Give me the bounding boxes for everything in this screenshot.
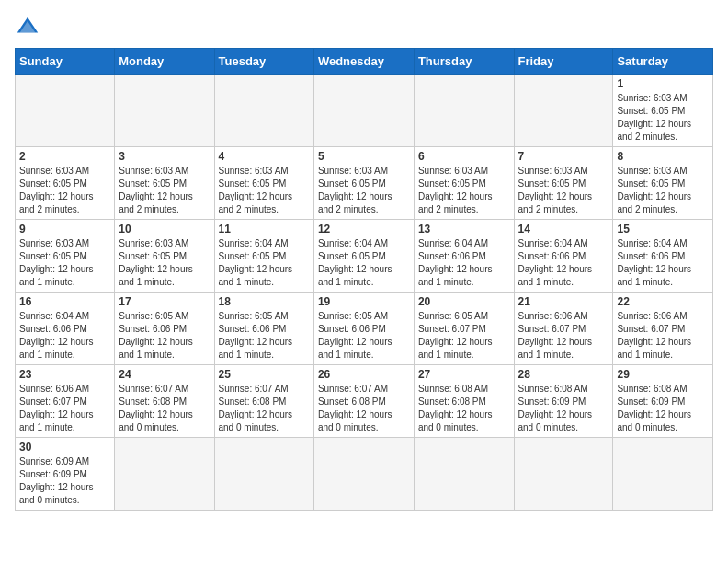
day-number: 22 xyxy=(617,295,709,308)
calendar-day-cell: 24Sunrise: 6:07 AM Sunset: 6:08 PM Dayli… xyxy=(115,365,214,438)
logo-icon xyxy=(15,15,40,40)
day-number: 28 xyxy=(518,368,609,381)
day-info: Sunrise: 6:03 AM Sunset: 6:05 PM Dayligh… xyxy=(119,165,210,216)
calendar-day-cell: 17Sunrise: 6:05 AM Sunset: 6:06 PM Dayli… xyxy=(115,293,214,365)
day-number: 25 xyxy=(219,368,310,381)
calendar-week-row: 2Sunrise: 6:03 AM Sunset: 6:05 PM Daylig… xyxy=(16,147,713,220)
day-info: Sunrise: 6:07 AM Sunset: 6:08 PM Dayligh… xyxy=(119,383,210,434)
day-info: Sunrise: 6:03 AM Sunset: 6:05 PM Dayligh… xyxy=(19,165,110,216)
day-number: 16 xyxy=(19,295,110,308)
weekday-header: Saturday xyxy=(613,49,713,75)
calendar-day-cell: 10Sunrise: 6:03 AM Sunset: 6:05 PM Dayli… xyxy=(115,220,214,293)
day-info: Sunrise: 6:03 AM Sunset: 6:05 PM Dayligh… xyxy=(119,237,210,289)
calendar-day-cell: 18Sunrise: 6:05 AM Sunset: 6:06 PM Dayli… xyxy=(214,293,313,365)
calendar-day-cell: 19Sunrise: 6:05 AM Sunset: 6:06 PM Dayli… xyxy=(313,293,414,365)
day-number: 18 xyxy=(219,295,310,308)
day-number: 20 xyxy=(418,295,510,308)
day-info: Sunrise: 6:07 AM Sunset: 6:08 PM Dayligh… xyxy=(219,383,310,434)
day-info: Sunrise: 6:03 AM Sunset: 6:05 PM Dayligh… xyxy=(617,92,709,144)
calendar-day-cell xyxy=(514,75,613,147)
calendar-day-cell xyxy=(414,438,514,511)
day-number: 12 xyxy=(318,223,410,236)
logo xyxy=(15,15,44,40)
calendar-day-cell: 27Sunrise: 6:08 AM Sunset: 6:08 PM Dayli… xyxy=(414,365,514,438)
calendar-day-cell xyxy=(613,438,713,511)
calendar-day-cell: 13Sunrise: 6:04 AM Sunset: 6:06 PM Dayli… xyxy=(414,220,514,293)
calendar-week-row: 23Sunrise: 6:06 AM Sunset: 6:07 PM Dayli… xyxy=(16,365,713,438)
calendar-day-cell: 3Sunrise: 6:03 AM Sunset: 6:05 PM Daylig… xyxy=(115,147,214,220)
calendar-day-cell xyxy=(115,75,214,147)
day-number: 11 xyxy=(219,223,310,236)
calendar-day-cell: 4Sunrise: 6:03 AM Sunset: 6:05 PM Daylig… xyxy=(214,147,313,220)
calendar-day-cell xyxy=(16,75,115,147)
day-info: Sunrise: 6:04 AM Sunset: 6:06 PM Dayligh… xyxy=(617,237,709,289)
day-info: Sunrise: 6:06 AM Sunset: 6:07 PM Dayligh… xyxy=(19,383,110,434)
calendar-day-cell xyxy=(214,75,313,147)
day-info: Sunrise: 6:03 AM Sunset: 6:05 PM Dayligh… xyxy=(219,165,310,216)
day-info: Sunrise: 6:08 AM Sunset: 6:09 PM Dayligh… xyxy=(617,383,709,434)
weekday-header: Wednesday xyxy=(313,49,414,75)
day-number: 3 xyxy=(119,150,210,163)
calendar-week-row: 16Sunrise: 6:04 AM Sunset: 6:06 PM Dayli… xyxy=(16,293,713,365)
weekday-header: Tuesday xyxy=(214,49,313,75)
day-number: 13 xyxy=(418,223,510,236)
calendar-day-cell: 30Sunrise: 6:09 AM Sunset: 6:09 PM Dayli… xyxy=(16,438,115,511)
day-number: 1 xyxy=(617,77,709,90)
calendar-day-cell: 21Sunrise: 6:06 AM Sunset: 6:07 PM Dayli… xyxy=(514,293,613,365)
day-number: 10 xyxy=(119,223,210,236)
day-info: Sunrise: 6:04 AM Sunset: 6:05 PM Dayligh… xyxy=(219,237,310,289)
day-info: Sunrise: 6:04 AM Sunset: 6:06 PM Dayligh… xyxy=(418,237,510,289)
day-number: 30 xyxy=(19,441,110,454)
day-info: Sunrise: 6:05 AM Sunset: 6:07 PM Dayligh… xyxy=(418,310,510,362)
page-header xyxy=(15,15,713,40)
day-number: 21 xyxy=(518,295,609,308)
calendar-day-cell: 6Sunrise: 6:03 AM Sunset: 6:05 PM Daylig… xyxy=(414,147,514,220)
calendar-day-cell: 2Sunrise: 6:03 AM Sunset: 6:05 PM Daylig… xyxy=(16,147,115,220)
calendar-day-cell xyxy=(214,438,313,511)
calendar-day-cell: 11Sunrise: 6:04 AM Sunset: 6:05 PM Dayli… xyxy=(214,220,313,293)
calendar-day-cell: 7Sunrise: 6:03 AM Sunset: 6:05 PM Daylig… xyxy=(514,147,613,220)
calendar-day-cell: 15Sunrise: 6:04 AM Sunset: 6:06 PM Dayli… xyxy=(613,220,713,293)
calendar-day-cell xyxy=(115,438,214,511)
day-number: 4 xyxy=(219,150,310,163)
day-info: Sunrise: 6:08 AM Sunset: 6:09 PM Dayligh… xyxy=(518,383,609,434)
day-info: Sunrise: 6:03 AM Sunset: 6:05 PM Dayligh… xyxy=(418,165,510,216)
calendar-day-cell: 28Sunrise: 6:08 AM Sunset: 6:09 PM Dayli… xyxy=(514,365,613,438)
day-number: 27 xyxy=(418,368,510,381)
day-info: Sunrise: 6:07 AM Sunset: 6:08 PM Dayligh… xyxy=(318,383,410,434)
calendar-day-cell: 29Sunrise: 6:08 AM Sunset: 6:09 PM Dayli… xyxy=(613,365,713,438)
calendar-table: SundayMondayTuesdayWednesdayThursdayFrid… xyxy=(15,48,713,511)
calendar-day-cell: 8Sunrise: 6:03 AM Sunset: 6:05 PM Daylig… xyxy=(613,147,713,220)
day-number: 17 xyxy=(119,295,210,308)
calendar-day-cell xyxy=(414,75,514,147)
day-info: Sunrise: 6:06 AM Sunset: 6:07 PM Dayligh… xyxy=(617,310,709,362)
day-number: 8 xyxy=(617,150,709,163)
calendar-day-cell: 14Sunrise: 6:04 AM Sunset: 6:06 PM Dayli… xyxy=(514,220,613,293)
day-info: Sunrise: 6:08 AM Sunset: 6:08 PM Dayligh… xyxy=(418,383,510,434)
day-number: 9 xyxy=(19,223,110,236)
day-info: Sunrise: 6:04 AM Sunset: 6:05 PM Dayligh… xyxy=(318,237,410,289)
day-number: 14 xyxy=(518,223,609,236)
calendar-day-cell: 25Sunrise: 6:07 AM Sunset: 6:08 PM Dayli… xyxy=(214,365,313,438)
weekday-header: Friday xyxy=(514,49,613,75)
weekday-header: Monday xyxy=(115,49,214,75)
day-info: Sunrise: 6:04 AM Sunset: 6:06 PM Dayligh… xyxy=(19,310,110,362)
calendar-day-cell: 16Sunrise: 6:04 AM Sunset: 6:06 PM Dayli… xyxy=(16,293,115,365)
calendar-day-cell: 23Sunrise: 6:06 AM Sunset: 6:07 PM Dayli… xyxy=(16,365,115,438)
day-number: 19 xyxy=(318,295,410,308)
calendar-week-row: 30Sunrise: 6:09 AM Sunset: 6:09 PM Dayli… xyxy=(16,438,713,511)
day-info: Sunrise: 6:03 AM Sunset: 6:05 PM Dayligh… xyxy=(617,165,709,216)
day-info: Sunrise: 6:03 AM Sunset: 6:05 PM Dayligh… xyxy=(19,237,110,289)
calendar-week-row: 1Sunrise: 6:03 AM Sunset: 6:05 PM Daylig… xyxy=(16,75,713,147)
calendar-week-row: 9Sunrise: 6:03 AM Sunset: 6:05 PM Daylig… xyxy=(16,220,713,293)
calendar-day-cell: 1Sunrise: 6:03 AM Sunset: 6:05 PM Daylig… xyxy=(613,75,713,147)
day-number: 29 xyxy=(617,368,709,381)
calendar-day-cell: 5Sunrise: 6:03 AM Sunset: 6:05 PM Daylig… xyxy=(313,147,414,220)
weekday-header: Thursday xyxy=(414,49,514,75)
calendar-day-cell: 12Sunrise: 6:04 AM Sunset: 6:05 PM Dayli… xyxy=(313,220,414,293)
day-info: Sunrise: 6:04 AM Sunset: 6:06 PM Dayligh… xyxy=(518,237,609,289)
calendar-day-cell xyxy=(514,438,613,511)
calendar-day-cell xyxy=(313,75,414,147)
day-number: 2 xyxy=(19,150,110,163)
calendar-day-cell: 26Sunrise: 6:07 AM Sunset: 6:08 PM Dayli… xyxy=(313,365,414,438)
